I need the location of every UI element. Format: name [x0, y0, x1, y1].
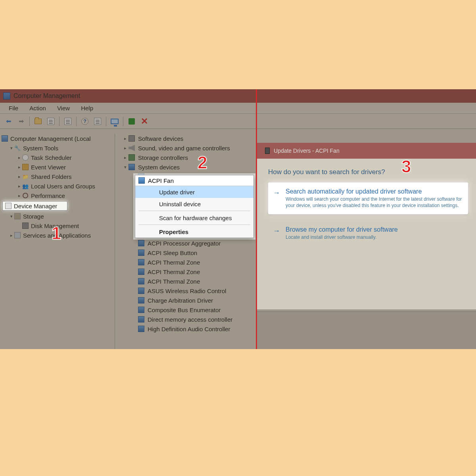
system-devices-icon: [129, 164, 135, 170]
uninstall-device-button[interactable]: ✕: [139, 116, 150, 127]
device-list-pane: ▸ Software devices ▸ Sound, video and ga…: [115, 134, 256, 349]
expand-icon: ▸: [17, 155, 22, 160]
menu-bar: File Action View Help: [0, 103, 476, 114]
view-button[interactable]: [63, 116, 73, 127]
device-icon: [129, 135, 135, 142]
category-label: System devices: [138, 164, 180, 171]
device-label: ACPI Thermal Zone: [148, 278, 200, 285]
expand-icon: ▸: [17, 184, 22, 189]
tools-icon: 🔧: [14, 145, 21, 151]
expand-icon: ▾: [9, 146, 14, 151]
tree-label: Performance: [31, 192, 65, 199]
device-icon: [138, 326, 144, 332]
category-label: Storage controllers: [138, 154, 188, 161]
tree-event-viewer[interactable]: ▸ Event Viewer: [0, 162, 115, 172]
enable-icon: [129, 118, 135, 125]
selected-device-row[interactable]: ACPI Fan: [135, 175, 253, 186]
selected-device-label: ACPI Fan: [148, 177, 174, 184]
tree-task-scheduler[interactable]: ▸ Task Scheduler: [0, 153, 115, 162]
device-icon: [138, 307, 144, 313]
option-browse-computer[interactable]: → Browse my computer for driver software…: [268, 221, 468, 246]
ctx-label: Update driver: [159, 189, 195, 196]
clock-icon: [22, 154, 29, 161]
toolbar: ⬅ ➡ ? ✕: [0, 114, 476, 129]
services-icon: [14, 232, 21, 238]
device-item[interactable]: Direct memory access controller: [115, 315, 256, 324]
enable-device-button[interactable]: [127, 116, 137, 127]
device-category-software[interactable]: ▸ Software devices: [115, 134, 256, 143]
device-item[interactable]: ACPI Processor Aggregator: [115, 238, 256, 248]
option-description: Locate and install driver software manua…: [286, 234, 463, 240]
tree-performance[interactable]: ▸ Performance: [0, 191, 115, 200]
device-item[interactable]: ASUS Wireless Radio Control: [115, 286, 256, 296]
category-label: Sound, video and game controllers: [138, 145, 230, 152]
help-button[interactable]: ?: [80, 116, 90, 127]
monitor-icon: [111, 119, 119, 124]
device-item[interactable]: ACPI Thermal Zone: [115, 267, 256, 276]
annotation-step-3: 3: [401, 157, 411, 177]
expand-icon: ▸: [122, 146, 129, 151]
device-label: ACPI Processor Aggregator: [148, 240, 221, 247]
update-driver-dialog-title: Update Drivers - ACPI Fan: [257, 143, 476, 159]
tree-storage[interactable]: ▾ Storage: [0, 211, 115, 221]
device-label: Direct memory access controller: [148, 316, 232, 323]
dialog-title-text: Update Drivers - ACPI Fan: [274, 148, 340, 154]
toolbar-separator: [29, 117, 30, 126]
app-icon: [3, 92, 10, 100]
device-icon: [138, 259, 144, 265]
annotation-step-2: 2: [198, 153, 207, 173]
tree-local-users[interactable]: ▸ 👥 Local Users and Groups: [0, 181, 115, 191]
disk-icon: [22, 223, 29, 229]
option-search-automatically[interactable]: → Search automatically for updated drive…: [268, 182, 468, 214]
ctx-scan-hardware[interactable]: Scan for hardware changes: [135, 212, 253, 224]
device-item[interactable]: ACPI Thermal Zone: [115, 257, 256, 267]
device-category-sound[interactable]: ▸ Sound, video and game controllers: [115, 143, 256, 153]
option-description: Windows will search your computer and th…: [286, 196, 463, 209]
ctx-properties[interactable]: Properties: [135, 226, 253, 238]
tree-system-tools[interactable]: ▾ 🔧 System Tools: [0, 143, 115, 153]
expand-icon: ▸: [9, 233, 14, 238]
ctx-label: Uninstall device: [159, 201, 201, 207]
forward-button[interactable]: ➡: [16, 116, 26, 127]
window-button[interactable]: [92, 116, 103, 127]
window-title-text: Computer Management: [13, 92, 80, 100]
title-bar: Computer Management: [0, 89, 476, 103]
ctx-update-driver[interactable]: Update driver: [135, 186, 253, 198]
expand-icon: ▸: [122, 155, 129, 160]
tree-label: Device Manager: [14, 203, 57, 209]
device-icon: [138, 250, 144, 256]
device-category-storage-controllers[interactable]: ▸ Storage controllers: [115, 153, 256, 162]
menu-help[interactable]: Help: [75, 105, 99, 111]
device-item[interactable]: ACPI Thermal Zone: [115, 276, 256, 286]
menu-file[interactable]: File: [3, 105, 24, 111]
back-button[interactable]: ⬅: [3, 116, 13, 127]
users-icon: 👥: [22, 183, 29, 189]
ctx-label: Properties: [159, 228, 188, 235]
tree-shared-folders[interactable]: ▸ 📁 Shared Folders: [0, 172, 115, 181]
tree-root[interactable]: Computer Management (Local: [0, 134, 115, 143]
up-folder-button[interactable]: [33, 116, 43, 127]
properties-button[interactable]: [46, 116, 56, 127]
ctx-label: Scan for hardware changes: [159, 215, 232, 221]
device-icon: [138, 240, 144, 246]
ctx-uninstall-device[interactable]: Uninstall device: [135, 198, 253, 210]
dialog-icon: [265, 148, 270, 154]
menu-action[interactable]: Action: [24, 105, 52, 111]
device-item[interactable]: Charge Arbitration Driver: [115, 296, 256, 305]
list-icon: [64, 118, 71, 125]
device-icon: [138, 297, 144, 303]
device-label: Charge Arbitration Driver: [148, 297, 213, 304]
device-item[interactable]: Composite Bus Enumerator: [115, 305, 256, 315]
device-item[interactable]: ACPI Sleep Button: [115, 248, 256, 257]
tree-root-label: Computer Management (Local: [10, 135, 91, 142]
folder-icon: [35, 119, 42, 124]
menu-view[interactable]: View: [52, 105, 75, 111]
device-category-system-devices[interactable]: ▾ System devices: [115, 162, 256, 172]
scan-hardware-button[interactable]: [109, 116, 120, 127]
properties-icon: [47, 118, 54, 125]
device-label: Composite Bus Enumerator: [148, 307, 221, 313]
update-driver-dialog-body: How do you want to search for drivers? →…: [257, 159, 476, 309]
device-icon: [138, 278, 144, 284]
tree-device-manager[interactable]: Device Manager: [2, 201, 67, 211]
device-item[interactable]: High Definition Audio Controller: [115, 324, 256, 334]
